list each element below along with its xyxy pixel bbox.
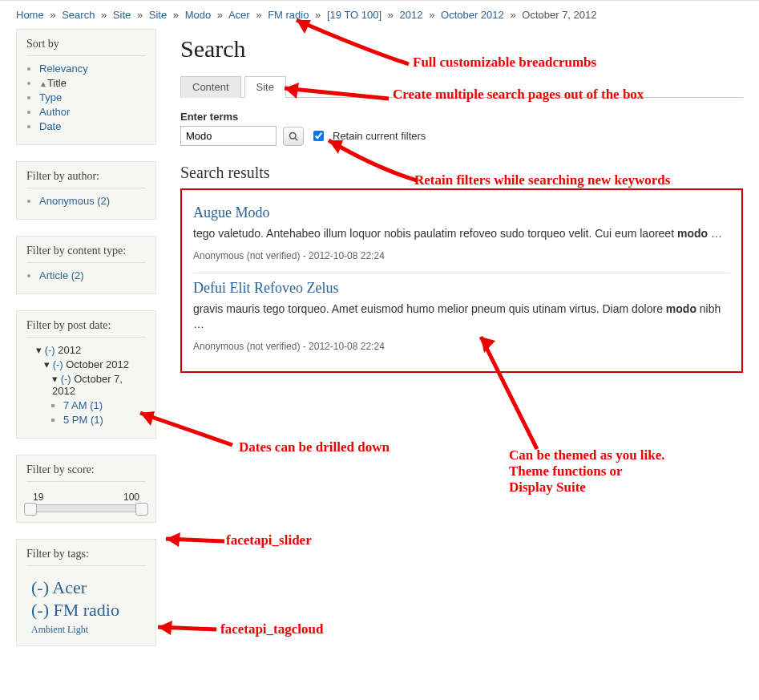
date-5pm[interactable]: 5 PM (1) (63, 414, 103, 426)
breadcrumb-separator: » (315, 9, 321, 21)
tag-remove-acer[interactable]: (-) Acer (31, 577, 87, 597)
block-title: Filter by post date: (26, 319, 146, 338)
sort-title-active[interactable]: ▲Title (39, 77, 146, 89)
filter-type-article[interactable]: Article (2) (39, 269, 84, 281)
sort-author[interactable]: Author (39, 106, 70, 118)
breadcrumb-link[interactable]: Site (113, 9, 131, 21)
tag-ambient-light[interactable]: Ambient Light (31, 624, 88, 635)
date-remove-2012[interactable]: (-) (45, 344, 55, 356)
sidebar: Sort by Relevancy ▲Title Type Author Dat… (16, 29, 156, 662)
sort-relevancy[interactable]: Relevancy (39, 63, 88, 75)
retain-filters-label: Retain current filters (333, 130, 426, 142)
breadcrumb-link[interactable]: Home (16, 9, 44, 21)
result-snippet: tego valetudo. Antehabeo illum loquor no… (193, 226, 730, 242)
tab-content[interactable]: Content (180, 76, 241, 98)
slider-handle-min[interactable] (24, 503, 37, 516)
sort-by-block: Sort by Relevancy ▲Title Type Author Dat… (16, 29, 156, 145)
search-tabs: Content Site (180, 75, 743, 98)
breadcrumb-separator: » (101, 9, 107, 21)
breadcrumb-link[interactable]: October 2012 (441, 9, 504, 21)
result-title-link[interactable]: Defui Elit Refoveo Zelus (193, 280, 338, 296)
breadcrumb-link[interactable]: FM radio (268, 9, 309, 21)
filter-author-anonymous[interactable]: Anonymous (2) (39, 195, 110, 207)
breadcrumb-link[interactable]: Modo (185, 9, 212, 21)
retain-filters-checkbox[interactable] (313, 131, 324, 141)
breadcrumb-separator: » (429, 9, 434, 21)
slider-handle-max[interactable] (135, 503, 148, 516)
breadcrumb-separator: » (50, 9, 55, 21)
filter-post-date-block: Filter by post date: ▾ (-) 2012 ▾ (-) Oc… (16, 310, 156, 439)
block-title: Filter by score: (26, 463, 146, 482)
results-heading: Search results (180, 164, 743, 182)
date-oct-2012: October 2012 (66, 358, 129, 370)
score-slider[interactable] (28, 504, 144, 512)
block-title: Sort by (26, 38, 146, 56)
search-result: Augue Modo tego valetudo. Antehabeo illu… (193, 198, 730, 273)
breadcrumb-separator: » (217, 9, 223, 21)
block-title: Filter by author: (26, 170, 146, 188)
search-label: Enter terms (180, 111, 743, 123)
search-icon (289, 132, 298, 141)
breadcrumb-separator: » (256, 9, 261, 21)
search-input[interactable] (180, 126, 277, 146)
date-remove-oct-7[interactable]: (-) (61, 373, 71, 385)
svg-point-0 (290, 132, 297, 139)
breadcrumb-separator: » (173, 9, 179, 21)
page-title: Search (180, 35, 743, 63)
breadcrumb: Home » Search » Site » Site » Modo » Ace… (0, 0, 759, 29)
slider-max-label: 100 (123, 492, 139, 503)
filter-author-block: Filter by author: Anonymous (2) (16, 161, 156, 220)
search-button[interactable] (283, 127, 304, 146)
date-7am[interactable]: 7 AM (1) (63, 399, 103, 411)
filter-score-block: Filter by score: 19 100 (16, 455, 156, 523)
breadcrumb-link[interactable]: 2012 (400, 9, 423, 21)
results-container: Augue Modo tego valetudo. Antehabeo illu… (180, 188, 743, 373)
breadcrumb-current: October 7, 2012 (522, 9, 596, 21)
filter-content-type-block: Filter by content type: Article (2) (16, 236, 156, 294)
breadcrumb-separator: » (510, 9, 515, 21)
breadcrumb-link[interactable]: Search (62, 9, 95, 21)
result-snippet: gravis mauris tego torqueo. Amet euismod… (193, 301, 730, 333)
sort-date[interactable]: Date (39, 120, 61, 132)
sort-asc-icon: ▲ (39, 79, 47, 88)
result-meta: Anonymous (not verified) - 2012-10-08 22… (193, 341, 730, 352)
breadcrumb-link[interactable]: Acer (228, 9, 250, 21)
svg-line-1 (295, 138, 297, 140)
result-meta: Anonymous (not verified) - 2012-10-08 22… (193, 250, 730, 261)
search-result: Defui Elit Refoveo Zelus gravis mauris t… (193, 273, 730, 363)
tag-remove-fm-radio[interactable]: (-) FM radio (31, 600, 119, 620)
main-content: Search Content Site Enter terms Retain c… (180, 29, 743, 662)
block-title: Filter by content type: (26, 245, 146, 263)
filter-tags-block: Filter by tags: (-) Acer (-) FM radio Am… (16, 539, 156, 646)
sort-type[interactable]: Type (39, 91, 62, 103)
result-title-link[interactable]: Augue Modo (193, 204, 270, 221)
slider-min-label: 19 (33, 492, 43, 503)
block-title: Filter by tags: (26, 548, 146, 566)
breadcrumb-separator: » (388, 9, 394, 21)
date-remove-oct-2012[interactable]: (-) (53, 358, 63, 370)
breadcrumb-link[interactable]: Site (149, 9, 167, 21)
breadcrumb-link[interactable]: [19 TO 100] (327, 9, 382, 21)
breadcrumb-separator: » (137, 9, 143, 21)
date-2012: 2012 (58, 344, 81, 356)
tab-site[interactable]: Site (244, 76, 286, 98)
search-form: Enter terms Retain current filters (180, 111, 743, 146)
